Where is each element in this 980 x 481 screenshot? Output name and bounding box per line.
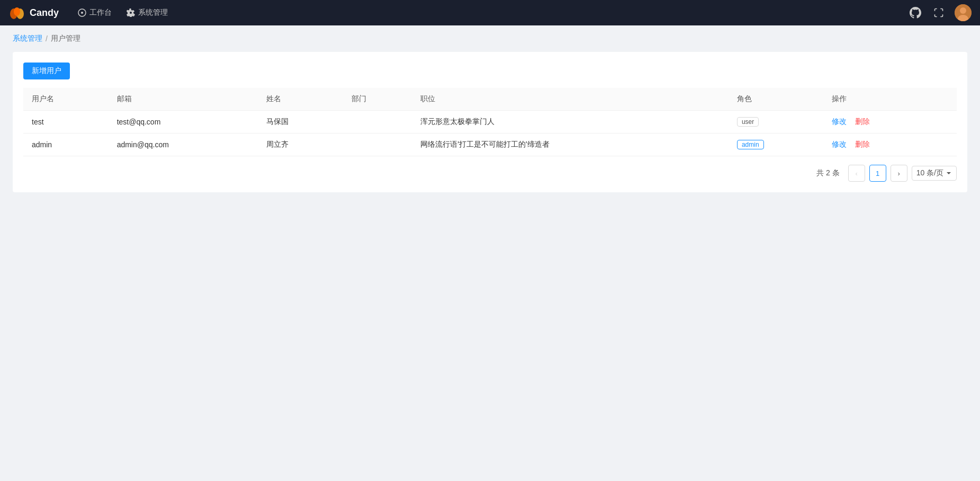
col-position: 职位 bbox=[412, 88, 729, 111]
cell-name: 马保国 bbox=[258, 111, 343, 133]
delete-button[interactable]: 删除 bbox=[855, 117, 870, 127]
col-email: 邮箱 bbox=[109, 88, 258, 111]
breadcrumb-current: 用户管理 bbox=[51, 34, 80, 43]
breadcrumb: 系统管理 / 用户管理 bbox=[13, 34, 967, 43]
col-actions: 操作 bbox=[823, 88, 957, 111]
user-table: 用户名 邮箱 姓名 部门 职位 角色 操作 test test@qq.com 马… bbox=[23, 88, 957, 156]
pagination-per-page-select[interactable]: 10 条/页 bbox=[912, 166, 957, 181]
cell-username: admin bbox=[23, 133, 109, 156]
cell-name: 周立齐 bbox=[258, 133, 343, 156]
top-menu: 工作台 系统管理 bbox=[71, 5, 908, 21]
pagination-total: 共 2 条 bbox=[816, 168, 840, 178]
app-title: Candy bbox=[30, 7, 59, 19]
github-icon-button[interactable] bbox=[908, 5, 923, 20]
expand-icon bbox=[933, 7, 944, 18]
cell-position: 浑元形意太极拳掌门人 bbox=[412, 111, 729, 133]
cell-role: user bbox=[729, 111, 823, 133]
pagination-next-button[interactable]: › bbox=[891, 165, 907, 182]
svg-point-2 bbox=[14, 7, 20, 16]
chevron-right-icon: › bbox=[897, 170, 900, 177]
delete-button[interactable]: 删除 bbox=[855, 140, 870, 149]
breadcrumb-parent[interactable]: 系统管理 bbox=[13, 34, 42, 43]
add-user-button[interactable]: 新增用户 bbox=[23, 63, 70, 79]
cell-department bbox=[343, 133, 412, 156]
cell-username: test bbox=[23, 111, 109, 133]
role-badge: admin bbox=[737, 140, 764, 149]
cell-position: 网络流行语'打工是不可能打工的'缔造者 bbox=[412, 133, 729, 156]
cell-actions: 修改 删除 bbox=[823, 133, 957, 156]
top-nav-right bbox=[908, 4, 972, 21]
top-navigation: Candy 工作台 系统管理 bbox=[0, 0, 980, 25]
col-role: 角色 bbox=[729, 88, 823, 111]
edit-button[interactable]: 修改 bbox=[832, 140, 847, 149]
app-logo[interactable]: Candy bbox=[8, 4, 59, 21]
pagination-prev-button[interactable]: ‹ bbox=[848, 165, 865, 182]
gear-icon bbox=[127, 8, 135, 17]
role-badge: user bbox=[737, 117, 759, 127]
cell-actions: 修改 删除 bbox=[823, 111, 957, 133]
system-management-menu-item[interactable]: 系统管理 bbox=[120, 5, 174, 21]
chevron-left-icon: ‹ bbox=[855, 170, 857, 177]
table-header-row: 用户名 邮箱 姓名 部门 职位 角色 操作 bbox=[23, 88, 957, 111]
main-content: 系统管理 / 用户管理 新增用户 用户名 邮箱 姓名 部门 职位 角色 操作 bbox=[0, 25, 980, 481]
table-header: 用户名 邮箱 姓名 部门 职位 角色 操作 bbox=[23, 88, 957, 111]
logo-icon bbox=[8, 4, 25, 21]
cell-department bbox=[343, 111, 412, 133]
page-card: 新增用户 用户名 邮箱 姓名 部门 职位 角色 操作 test test@qq.… bbox=[13, 52, 967, 192]
chevron-down-icon bbox=[946, 170, 952, 176]
workbench-icon bbox=[78, 8, 86, 17]
pagination-page-1-button[interactable]: 1 bbox=[869, 165, 886, 182]
edit-button[interactable]: 修改 bbox=[832, 117, 847, 127]
cell-email: admin@qq.com bbox=[109, 133, 258, 156]
github-icon bbox=[910, 7, 921, 19]
cell-role: admin bbox=[729, 133, 823, 156]
col-department: 部门 bbox=[343, 88, 412, 111]
user-avatar[interactable] bbox=[955, 4, 972, 21]
table-body: test test@qq.com 马保国 浑元形意太极拳掌门人 user 修改 … bbox=[23, 111, 957, 156]
pagination: 共 2 条 ‹ 1 › 10 条/页 bbox=[23, 165, 957, 182]
col-name: 姓名 bbox=[258, 88, 343, 111]
workbench-menu-item[interactable]: 工作台 bbox=[71, 5, 118, 21]
cell-email: test@qq.com bbox=[109, 111, 258, 133]
table-row: admin admin@qq.com 周立齐 网络流行语'打工是不可能打工的'缔… bbox=[23, 133, 957, 156]
table-row: test test@qq.com 马保国 浑元形意太极拳掌门人 user 修改 … bbox=[23, 111, 957, 133]
expand-icon-button[interactable] bbox=[931, 5, 946, 20]
breadcrumb-separator: / bbox=[46, 34, 48, 43]
avatar-icon bbox=[955, 4, 972, 21]
svg-point-6 bbox=[960, 7, 966, 14]
col-username: 用户名 bbox=[23, 88, 109, 111]
svg-point-4 bbox=[81, 12, 83, 14]
